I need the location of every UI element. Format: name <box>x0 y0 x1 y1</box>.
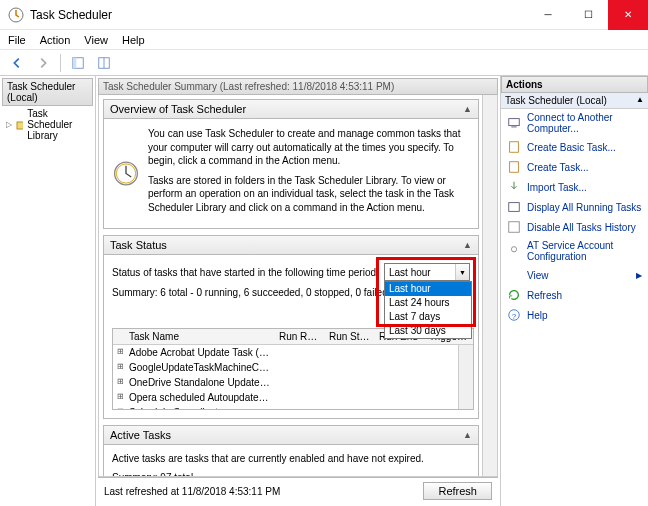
help-icon: ? <box>507 308 521 322</box>
svg-rect-12 <box>509 203 520 212</box>
table-row[interactable]: ⊞OneDrive Standalone Update Ta... <box>113 375 459 390</box>
summary-footer: Last refreshed at 11/8/2018 4:53:11 PM R… <box>98 477 498 504</box>
back-button[interactable] <box>6 52 28 74</box>
computer-icon <box>507 116 521 130</box>
menu-view[interactable]: View <box>84 34 108 46</box>
overview-panel: Overview of Task Scheduler ▲ You can use… <box>103 99 479 229</box>
col-header[interactable]: Run Result <box>275 329 325 344</box>
chevron-down-icon[interactable]: ▼ <box>455 264 469 280</box>
svg-rect-11 <box>510 162 519 173</box>
svg-rect-2 <box>73 57 77 68</box>
time-period-dropdown: Last hour Last 24 hours Last 7 days Last… <box>384 281 472 339</box>
task-status-label: Status of tasks that have started in the… <box>112 267 379 278</box>
action-create-basic[interactable]: Create Basic Task... <box>501 137 648 157</box>
tree-library[interactable]: ▷ Task Scheduler Library <box>2 106 93 143</box>
col-header[interactable]: Run Start <box>325 329 375 344</box>
minimize-button[interactable]: ─ <box>528 0 568 30</box>
active-tasks-panel: Active Tasks ▲ Active tasks are tasks th… <box>103 425 479 477</box>
collapse-icon[interactable]: ▲ <box>463 430 472 440</box>
col-header[interactable]: Task Name <box>125 329 275 344</box>
history-icon <box>507 220 521 234</box>
tree-root[interactable]: Task Scheduler (Local) <box>2 78 93 106</box>
action-display-running[interactable]: Display All Running Tasks <box>501 197 648 217</box>
active-tasks-desc: Active tasks are tasks that are currentl… <box>112 453 470 464</box>
actions-header: Actions <box>501 76 648 93</box>
svg-rect-5 <box>17 122 23 129</box>
last-refreshed-label: Last refreshed at 11/8/2018 4:53:11 PM <box>104 486 280 497</box>
refresh-icon <box>507 288 521 302</box>
folder-icon <box>16 119 23 131</box>
maximize-button[interactable]: ☐ <box>568 0 608 30</box>
view-icon <box>507 268 521 282</box>
svg-text:?: ? <box>512 312 517 321</box>
action-disable-history[interactable]: Disable All Tasks History <box>501 217 648 237</box>
task-status-header[interactable]: Task Status ▲ <box>103 235 479 255</box>
dropdown-option[interactable]: Last 30 days <box>385 324 471 338</box>
table-row[interactable]: ⊞Adobe Acrobat Update Task (la... <box>113 345 459 360</box>
menubar: File Action View Help <box>0 30 648 50</box>
dropdown-option[interactable]: Last 7 days <box>385 310 471 324</box>
action-refresh[interactable]: Refresh <box>501 285 648 305</box>
svg-rect-9 <box>511 127 516 128</box>
svg-rect-10 <box>510 142 519 153</box>
account-icon <box>507 244 521 258</box>
titlebar: Task Scheduler ─ ☐ ✕ <box>0 0 648 30</box>
active-tasks-header[interactable]: Active Tasks ▲ <box>103 425 479 445</box>
list-icon <box>507 200 521 214</box>
action-help[interactable]: ?Help <box>501 305 648 325</box>
menu-file[interactable]: File <box>8 34 26 46</box>
clock-icon <box>112 127 140 220</box>
collapse-icon[interactable]: ▲ <box>636 95 644 106</box>
toolbar <box>0 50 648 76</box>
overview-header[interactable]: Overview of Task Scheduler ▲ <box>103 99 479 119</box>
svg-rect-13 <box>509 222 520 233</box>
action-create-task[interactable]: Create Task... <box>501 157 648 177</box>
window-title: Task Scheduler <box>30 8 528 22</box>
task-icon <box>507 160 521 174</box>
console-tree: Task Scheduler (Local) ▷ Task Scheduler … <box>0 76 96 506</box>
table-row[interactable]: ⊞Opera scheduled Autoupdate 1... <box>113 390 459 405</box>
svg-point-14 <box>511 247 516 252</box>
action-view[interactable]: View▶ <box>501 265 648 285</box>
dropdown-option[interactable]: Last hour <box>385 282 471 296</box>
chevron-right-icon: ▶ <box>636 271 642 280</box>
task-status-grid: Task Name Run Result Run Start Run End T… <box>112 328 474 410</box>
expand-icon[interactable]: ▷ <box>6 120 12 129</box>
time-period-combo[interactable]: Last hour ▼ <box>384 263 470 281</box>
actions-group: Task Scheduler (Local) ▲ <box>501 93 648 109</box>
table-row[interactable]: ⊞Schedule Scan (last run succee... <box>113 405 459 409</box>
active-tasks-summary: Summary: 97 total <box>112 472 470 477</box>
close-button[interactable]: ✕ <box>608 0 648 30</box>
action-connect[interactable]: Connect to Another Computer... <box>501 109 648 137</box>
table-row[interactable]: ⊞GoogleUpdateTaskMachineCor... <box>113 360 459 375</box>
task-status-panel: Task Status ▲ Status of tasks that have … <box>103 235 479 419</box>
action-at-service[interactable]: AT Service Account Configuration <box>501 237 648 265</box>
action-import[interactable]: Import Task... <box>501 177 648 197</box>
help-button[interactable] <box>93 52 115 74</box>
collapse-icon[interactable]: ▲ <box>463 240 472 250</box>
show-hide-console-tree-button[interactable] <box>67 52 89 74</box>
refresh-button[interactable]: Refresh <box>423 482 492 500</box>
app-icon <box>8 7 24 23</box>
collapse-icon[interactable]: ▲ <box>463 104 472 114</box>
actions-pane: Actions Task Scheduler (Local) ▲ Connect… <box>500 76 648 506</box>
forward-button[interactable] <box>32 52 54 74</box>
import-icon <box>507 180 521 194</box>
task-icon <box>507 140 521 154</box>
summary-header: Task Scheduler Summary (Last refreshed: … <box>98 78 498 95</box>
menu-action[interactable]: Action <box>40 34 71 46</box>
summary-pane: Overview of Task Scheduler ▲ You can use… <box>98 95 498 477</box>
dropdown-option[interactable]: Last 24 hours <box>385 296 471 310</box>
svg-rect-8 <box>509 119 520 126</box>
menu-help[interactable]: Help <box>122 34 145 46</box>
